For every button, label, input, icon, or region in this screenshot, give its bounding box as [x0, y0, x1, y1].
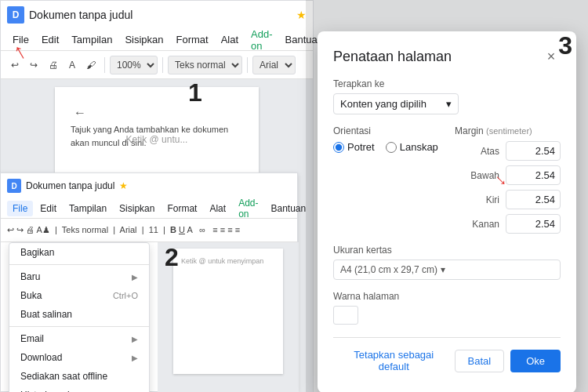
action-buttons: Batal Oke — [455, 350, 561, 372]
paper-size-label: Ukuran kertas — [333, 245, 561, 256]
second-menu-file[interactable]: File — [7, 201, 33, 216]
menu-item-histori[interactable]: Histori versi ▶ — [9, 386, 149, 392]
second-menu-tampilan[interactable]: Tampilan — [64, 201, 112, 216]
paper-size-select[interactable]: A4 (21,0 cm x 29,7 cm) ▾ — [333, 260, 561, 280]
menu-addon[interactable]: Add-on — [245, 26, 278, 54]
zoom-select[interactable]: 100% — [110, 56, 158, 74]
menu-item-offline[interactable]: Sediakan saat offline — [9, 367, 149, 386]
second-toolbar-text: ↩ ↪ 🖨 A♟ | Teks normal | Arial | 11 | B … — [7, 225, 240, 235]
second-menu-bantuan[interactable]: Bantuan — [265, 201, 311, 216]
menu-item-email[interactable]: Email ▶ — [9, 329, 149, 348]
chevron-down-icon: ▾ — [446, 98, 452, 110]
paper-size-value: A4 (21,0 cm x 29,7 cm) — [340, 264, 437, 275]
bottom-margin-label: Bawah — [455, 170, 499, 181]
menu-alat[interactable]: Alat — [216, 31, 244, 48]
second-doc-area: Ketik @ untuk menyimpan — [158, 242, 299, 392]
back-arrow-btn[interactable]: ← — [71, 103, 89, 123]
dialog-overlay: Penataan halaman × Terapkan ke Konten ya… — [306, 0, 588, 392]
menu-sisipkan[interactable]: Sisipkan — [119, 31, 169, 48]
chevron-down-paper-icon: ▾ — [441, 264, 445, 275]
second-menu-addon[interactable]: Add-on — [233, 195, 263, 222]
menu-format[interactable]: Format — [171, 31, 214, 48]
right-margin-label: Kanan — [455, 219, 499, 230]
dialog-footer: Tetapkan sebagai default Batal Oke — [333, 337, 561, 377]
orientation-group: Potret Lanskap — [333, 141, 439, 153]
spell-check-button[interactable]: A — [65, 57, 79, 73]
type-placeholder: Ketik @ untu... — [126, 134, 188, 145]
second-star-icon: ★ — [119, 180, 128, 191]
print-button[interactable]: 🖨 — [45, 57, 62, 73]
apply-to-label: Terapkan ke — [333, 78, 561, 89]
top-margin-label: Atas — [455, 146, 499, 157]
second-window: D Dokumen tanpa judul ★ File Edit Tampil… — [0, 172, 298, 392]
second-doc-icon: D — [7, 179, 21, 193]
divider1 — [104, 57, 105, 73]
left-margin-input[interactable] — [506, 190, 561, 209]
dialog-close-button[interactable]: × — [542, 47, 561, 66]
menu-item-buat-salinan[interactable]: Buat salinan — [9, 305, 149, 324]
divider3 — [247, 57, 248, 73]
paper-size-section: Ukuran kertas A4 (21,0 cm x 29,7 cm) ▾ — [333, 245, 561, 280]
top-margin-input[interactable] — [506, 141, 561, 161]
landscape-label: Lanskap — [400, 141, 438, 153]
left-margin-label: Kiri — [455, 194, 499, 205]
orientation-label: Orientasi — [333, 125, 439, 136]
menu-file[interactable]: File — [7, 31, 34, 48]
margin-grid: Atas Bawah Kiri Kanan — [455, 141, 561, 234]
menu-item-baru[interactable]: Baru ▶ — [9, 267, 149, 286]
cancel-button[interactable]: Batal — [455, 350, 505, 372]
second-doc-page: Ketik @ untuk menyimpan — [173, 249, 283, 374]
color-picker[interactable] — [333, 306, 358, 325]
ok-button[interactable]: Oke — [510, 350, 561, 372]
second-type-placeholder: Ketik @ untuk menyimpan — [181, 257, 263, 265]
second-menu-sisipkan[interactable]: Sisipkan — [114, 201, 160, 216]
second-menu-format[interactable]: Format — [162, 201, 202, 216]
orientation-col: Orientasi Potret Lanskap — [333, 125, 439, 234]
landscape-option[interactable]: Lanskap — [386, 141, 438, 153]
landscape-radio[interactable] — [386, 142, 397, 153]
margin-col: Margin (sentimeter) Atas Bawah Kiri Kana… — [455, 125, 561, 234]
second-doc-title: Dokumen tanpa judul — [26, 180, 114, 191]
right-margin-input[interactable] — [506, 214, 561, 234]
divider2 — [162, 57, 163, 73]
menu-item-download[interactable]: Download ▶ — [9, 348, 149, 367]
dialog-header: Penataan halaman × — [333, 47, 561, 66]
paint-format-button[interactable]: 🖌 — [82, 57, 100, 73]
dialog-title: Penataan halaman — [333, 49, 452, 65]
orientation-margin-row: Orientasi Potret Lanskap Margin (sentime… — [333, 125, 561, 234]
color-label: Warna halaman — [333, 291, 561, 302]
style-select[interactable]: Teks normal — [168, 56, 242, 74]
bottom-margin-input[interactable] — [506, 165, 561, 185]
second-menu-alat[interactable]: Alat — [204, 201, 231, 216]
undo-button[interactable]: ↩ — [7, 57, 23, 73]
set-default-button[interactable]: Tetapkan sebagai default — [333, 344, 455, 377]
font-select[interactable]: Arial — [252, 56, 296, 74]
portrait-radio[interactable] — [333, 142, 344, 153]
file-menu-dropdown: Bagikan Baru ▶ Buka Ctrl+O Buat salinan … — [9, 242, 150, 392]
second-menu-bar: File Edit Tampilan Sisipkan Format Alat … — [1, 198, 297, 219]
menu-edit[interactable]: Edit — [36, 31, 64, 48]
portrait-option[interactable]: Potret — [333, 141, 375, 153]
apply-to-section: Terapkan ke Konten yang dipilih ▾ — [333, 78, 561, 114]
divider-buat — [9, 326, 149, 327]
doc-title: Dokumen tanpa judul — [29, 9, 292, 21]
menu-tampilan[interactable]: Tampilan — [66, 31, 118, 48]
redo-button[interactable]: ↪ — [26, 57, 42, 73]
menu-item-bagikan[interactable]: Bagikan — [9, 243, 149, 262]
second-toolbar: ↩ ↪ 🖨 A♟ | Teks normal | Arial | 11 | B … — [1, 219, 297, 242]
toolbar: ↩ ↪ 🖨 A 🖌 100% Teks normal Arial — [1, 51, 313, 79]
page-setup-dialog: Penataan halaman × Terapkan ke Konten ya… — [318, 31, 576, 392]
divider-bagikan — [9, 264, 149, 265]
margin-label: Margin (sentimeter) — [455, 125, 561, 136]
menu-bar: File Edit Tampilan Sisipkan Format Alat … — [1, 29, 313, 51]
portrait-label: Potret — [347, 141, 375, 153]
apply-to-select[interactable]: Konten yang dipilih ▾ — [333, 93, 459, 114]
page-color-section: Warna halaman — [333, 291, 561, 325]
doc-icon: D — [7, 6, 24, 24]
second-menu-edit[interactable]: Edit — [34, 201, 62, 216]
title-bar: D Dokumen tanpa judul ★ — [1, 1, 313, 29]
menu-item-buka[interactable]: Buka Ctrl+O — [9, 286, 149, 305]
